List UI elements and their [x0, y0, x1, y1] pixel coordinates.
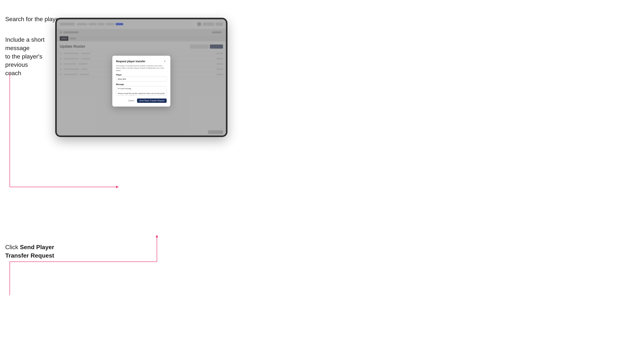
modal-header: Request player transfer ×	[116, 59, 166, 63]
close-icon[interactable]: ×	[163, 59, 166, 63]
player-field-label: Player	[116, 74, 166, 76]
transfer-request-modal: Request player transfer × If the player …	[112, 56, 170, 107]
svg-marker-6	[156, 235, 158, 237]
svg-marker-2	[116, 186, 119, 188]
modal-overlay: Request player transfer × If the player …	[57, 19, 226, 136]
modal-title: Request player transfer	[116, 60, 145, 63]
modal-footer: Cancel Send Player Transfer Request	[116, 99, 166, 103]
tablet-screen: Update Roster	[57, 19, 226, 136]
message-field-label: Message	[116, 83, 166, 85]
send-transfer-request-button[interactable]: Send Player Transfer Request	[137, 99, 166, 103]
player-search-input[interactable]	[116, 77, 166, 81]
instruction-step1: Search for the player.	[5, 15, 62, 23]
instruction-step3: Click Send Player Transfer Request	[5, 243, 58, 260]
cancel-button[interactable]: Cancel	[127, 99, 136, 103]
modal-description: If the player is transferring from anoth…	[116, 65, 166, 72]
tablet-device: Update Roster	[55, 18, 228, 137]
message-textarea[interactable]: Hi Coach McHarg, Please accept this tran…	[116, 86, 166, 96]
instruction-step2: Include a short message to the player's …	[5, 35, 58, 77]
